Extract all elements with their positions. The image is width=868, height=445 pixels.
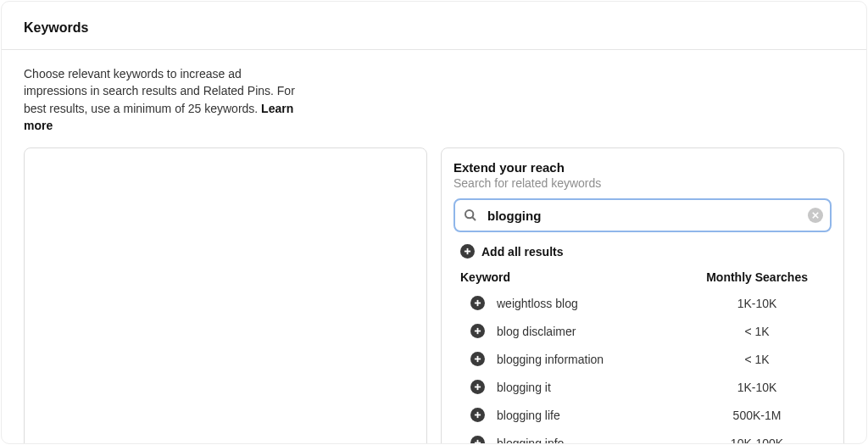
keyword-result-row[interactable]: blogging information< 1K <box>453 345 828 373</box>
keyword-result-row[interactable]: blog disclaimer< 1K <box>453 317 828 345</box>
selected-keywords-panel[interactable] <box>24 147 427 444</box>
monthly-searches-value: 1K-10K <box>706 381 808 394</box>
add-keyword-icon[interactable] <box>470 324 485 338</box>
monthly-searches-value: 10K-100K <box>706 437 808 444</box>
add-keyword-icon[interactable] <box>470 380 485 394</box>
monthly-searches-value: < 1K <box>706 325 808 338</box>
keyword-result-row[interactable]: blogging it1K-10K <box>453 373 828 401</box>
column-monthly-searches: Monthly Searches <box>689 270 808 284</box>
search-icon <box>464 209 477 222</box>
keyword-result-row[interactable]: blogging life500K-1M <box>453 401 828 429</box>
svg-line-1 <box>472 217 476 220</box>
keyword-text: blogging life <box>485 409 706 422</box>
column-keyword: Keyword <box>460 270 510 284</box>
extend-reach-subtitle: Search for related keywords <box>453 176 832 190</box>
add-all-label: Add all results <box>481 245 563 259</box>
keyword-result-row[interactable]: blogging info10K-100K <box>453 429 828 444</box>
extend-reach-panel: Extend your reach Search for related key… <box>441 147 844 444</box>
keyword-text: blogging it <box>485 381 706 394</box>
add-all-results-button[interactable]: Add all results <box>453 241 832 265</box>
monthly-searches-value: 1K-10K <box>706 297 808 310</box>
keyword-text: blogging information <box>485 353 706 366</box>
add-keyword-icon[interactable] <box>470 352 485 366</box>
extend-reach-title: Extend your reach <box>453 160 832 175</box>
add-keyword-icon[interactable] <box>470 296 485 310</box>
monthly-searches-value: 500K-1M <box>706 409 808 422</box>
intro-body: Choose relevant keywords to increase ad … <box>24 67 295 115</box>
page-title: Keywords <box>2 2 866 50</box>
results-header: Keyword Monthly Searches <box>453 265 832 289</box>
clear-search-button[interactable] <box>808 208 823 223</box>
keyword-search-input[interactable] <box>453 198 832 232</box>
results-list[interactable]: weightloss blog1K-10Kblog disclaimer< 1K… <box>453 289 832 444</box>
keyword-text: blog disclaimer <box>485 325 706 338</box>
keyword-text: blogging info <box>485 437 706 444</box>
monthly-searches-value: < 1K <box>706 353 808 366</box>
plus-icon <box>460 244 475 259</box>
svg-point-0 <box>465 210 473 218</box>
add-keyword-icon[interactable] <box>470 408 485 422</box>
keyword-text: weightloss blog <box>485 297 706 310</box>
intro-text: Choose relevant keywords to increase ad … <box>2 50 324 134</box>
add-keyword-icon[interactable] <box>470 436 485 444</box>
keyword-result-row[interactable]: weightloss blog1K-10K <box>453 289 828 317</box>
